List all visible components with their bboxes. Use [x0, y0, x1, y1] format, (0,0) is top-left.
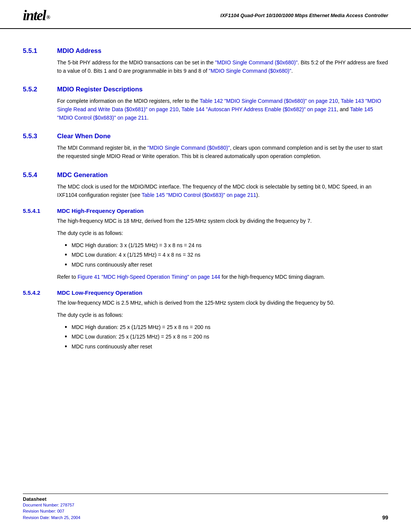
- link-figure-41[interactable]: Figure 41 "MDC High-Speed Operation Timi…: [78, 274, 220, 280]
- link-mdio-single-cmd-553[interactable]: "MDIO Single Command ($0x680)": [147, 145, 230, 151]
- page-header: intel® IXF1104 Quad-Port 10/100/1000 Mbp…: [0, 0, 411, 29]
- section-554-title: MDC Generation: [57, 171, 108, 179]
- page: intel® IXF1104 Quad-Port 10/100/1000 Mbp…: [0, 0, 411, 532]
- section-551: 5.5.1 MDIO Address: [23, 47, 388, 55]
- bullet-item: MDC runs continuously after reset: [65, 261, 388, 269]
- section-553: 5.5.3 Clear When Done: [23, 133, 388, 140]
- section-552-title: MDIO Register Descriptions: [57, 86, 143, 93]
- bullet-item: MDC High duration: 25 x (1/125 MHz) = 25…: [65, 323, 388, 332]
- document-title: IXF1104 Quad-Port 10/100/1000 Mbps Ether…: [220, 13, 388, 18]
- section-551-title: MDIO Address: [57, 47, 102, 55]
- link-mdio-single-cmd-551b[interactable]: "MDIO Single Command ($0x680)": [209, 68, 291, 74]
- link-table-145-554[interactable]: Table 145 "MDIO Control ($0x683)" on pag…: [142, 192, 256, 198]
- section-554: 5.5.4 MDC Generation: [23, 171, 388, 179]
- page-footer: Datasheet Document Number: 278757 Revisi…: [23, 494, 388, 521]
- page-content: 5.5.1 MDIO Address The 5-bit PHY address…: [0, 29, 411, 370]
- section-5541: 5.5.4.1 MDC High-Frequency Operation: [23, 208, 388, 214]
- section-551-num: 5.5.1: [23, 47, 57, 55]
- section-553-body: The MDI Command register bit, in the "MD…: [57, 144, 388, 160]
- footer-doc-number: Document Number: 278757: [23, 502, 80, 508]
- section-5542: 5.5.4.2 MDC Low-Frequency Operation: [23, 289, 388, 296]
- link-table-144[interactable]: Table 144 "Autoscan PHY Address Enable (…: [182, 106, 337, 112]
- section-5541-body2: The duty cycle is as follows:: [57, 229, 388, 238]
- section-554-num: 5.5.4: [23, 171, 57, 179]
- section-552-num: 5.5.2: [23, 86, 57, 93]
- bullet-item: MDC runs continuously after reset: [65, 343, 388, 351]
- section-5542-body2: The duty cycle is as follows:: [57, 311, 388, 320]
- section-5542-title: MDC Low-Frequency Operation: [57, 289, 142, 296]
- bullet-item: MDC High duration: 3 x (1/125 MHz) = 3 x…: [65, 241, 388, 250]
- section-554-body: The MDC clock is used for the MDIO/MDC i…: [57, 183, 388, 199]
- section-5541-body1: The high-frequency MDC is 18 MHz, derive…: [57, 217, 388, 225]
- section-553-title: Clear When Done: [57, 133, 111, 140]
- logo-registered: ®: [46, 14, 49, 21]
- logo-text: intel: [23, 7, 46, 24]
- section-5542-num: 5.5.4.2: [23, 289, 57, 296]
- link-mdio-single-cmd-551[interactable]: "MDIO Single Command ($0x680)": [215, 59, 298, 66]
- section-553-num: 5.5.3: [23, 133, 57, 140]
- section-5541-title: MDC High-Frequency Operation: [57, 208, 144, 214]
- section-552: 5.5.2 MDIO Register Descriptions: [23, 86, 388, 93]
- section-551-body: The 5-bit PHY address for the MDIO trans…: [57, 59, 388, 75]
- intel-logo: intel®: [23, 7, 49, 24]
- section-5541-body3: Refer to Figure 41 "MDC High-Speed Opera…: [57, 273, 388, 281]
- footer-page-number: 99: [382, 514, 388, 521]
- footer-left: Datasheet Document Number: 278757 Revisi…: [23, 496, 80, 521]
- section-552-body: For complete information on the MDIO reg…: [57, 97, 388, 122]
- link-table-142[interactable]: Table 142 "MDIO Single Command ($0x680)"…: [200, 98, 338, 104]
- section-5542-body1: The low-frequency MDC is 2.5 MHz, which …: [57, 299, 388, 307]
- footer-datasheet-label: Datasheet: [23, 496, 80, 502]
- footer-revision-number: Revision Number: 007: [23, 508, 80, 514]
- bullet-item: MDC Low duration: 25 x (1/125 MHz) = 25 …: [65, 333, 388, 341]
- section-5541-bullets: MDC High duration: 3 x (1/125 MHz) = 3 x…: [65, 241, 388, 269]
- section-5541-num: 5.5.4.1: [23, 208, 57, 214]
- section-5542-bullets: MDC High duration: 25 x (1/125 MHz) = 25…: [65, 323, 388, 351]
- footer-revision-date: Revision Date: March 25, 2004: [23, 514, 80, 521]
- bullet-item: MDC Low duration: 4 x (1/125 MHz) = 4 x …: [65, 251, 388, 259]
